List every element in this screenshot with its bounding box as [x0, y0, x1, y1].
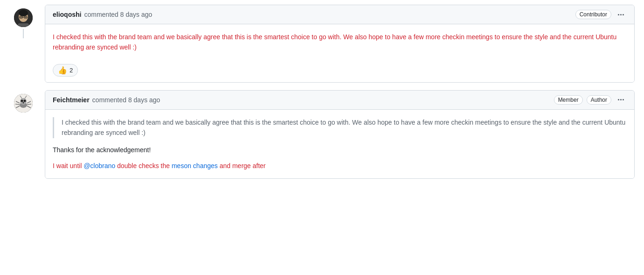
- svg-point-7: [21, 17, 21, 18]
- comment-block-2: Feichtmeier commented 8 days ago Member …: [9, 90, 635, 179]
- wait-prefix: I wait until: [53, 162, 84, 169]
- dot-1: [618, 14, 619, 15]
- comment-reactions-1: 👍 2: [45, 60, 634, 82]
- svg-line-19: [27, 104, 31, 105]
- svg-point-13: [24, 99, 26, 102]
- comment-header-right-2: Member Author: [554, 95, 627, 105]
- author-badge: Author: [587, 95, 611, 105]
- author-name-1[interactable]: elioqoshi: [53, 11, 81, 18]
- dot-3: [623, 14, 624, 15]
- dot-5: [620, 99, 622, 100]
- blockquote-text-1: I checked this with the brand team and w…: [62, 117, 627, 138]
- svg-point-12: [21, 99, 23, 102]
- comment-thread: elioqoshi commented 8 days ago Contribut…: [0, 0, 644, 191]
- feichtmeier-avatar: [14, 94, 33, 113]
- author-name-2[interactable]: Feichtmeier: [53, 96, 90, 104]
- svg-point-2: [19, 10, 28, 16]
- comment-header-2: Feichtmeier commented 8 days ago Member …: [45, 91, 634, 110]
- page-container: elioqoshi commented 8 days ago Contribut…: [0, 0, 644, 275]
- dot-6: [623, 99, 624, 100]
- contributor-badge: Contributor: [575, 10, 611, 19]
- comment-body-2: I checked this with the brand team and w…: [45, 110, 634, 179]
- wait-suffix: and merge after: [218, 162, 266, 169]
- comment-card-2: Feichtmeier commented 8 days ago Member …: [45, 90, 635, 179]
- thumbs-up-reaction[interactable]: 👍 2: [53, 64, 78, 77]
- comment-timestamp-1: commented 8 days ago: [84, 11, 152, 18]
- svg-point-8: [25, 17, 26, 18]
- wait-middle: double checks the: [115, 162, 172, 169]
- timeline-connector-1: [23, 29, 24, 38]
- comment-text-1: I checked this with the brand team and w…: [53, 32, 627, 53]
- comment-card-1: elioqoshi commented 8 days ago Contribut…: [45, 5, 635, 83]
- more-menu-button-1[interactable]: [615, 13, 627, 16]
- comment-header-1: elioqoshi commented 8 days ago Contribut…: [45, 5, 634, 24]
- comment-block-1: elioqoshi commented 8 days ago Contribut…: [9, 5, 635, 83]
- avatar-col-1: [9, 5, 37, 38]
- comment-header-left-2: Feichtmeier commented 8 days ago: [53, 96, 160, 104]
- acknowledgement-text: Thanks for the acknowledgement!: [53, 145, 627, 155]
- member-badge: Member: [554, 95, 583, 105]
- comment-body-1: I checked this with the brand team and w…: [45, 24, 634, 60]
- thumbs-up-icon: 👍: [58, 66, 67, 75]
- comment-timestamp-2: commented 8 days ago: [92, 96, 161, 104]
- mention-clobrano[interactable]: @clobrano: [84, 162, 115, 169]
- blockquote-1: I checked this with the brand team and w…: [53, 117, 627, 138]
- elioqoshi-avatar: [14, 8, 33, 27]
- svg-point-14: [23, 102, 24, 103]
- reaction-count: 2: [70, 67, 73, 74]
- avatar-col-2: [9, 90, 37, 113]
- meson-changes-link[interactable]: meson changes: [172, 162, 218, 169]
- comment-header-right-1: Contributor: [575, 10, 627, 19]
- svg-rect-3: [18, 23, 29, 27]
- dot-4: [618, 99, 619, 100]
- comment-header-left-1: elioqoshi commented 8 days ago: [53, 11, 152, 18]
- wait-text: I wait until @clobrano double checks the…: [53, 161, 627, 171]
- dot-2: [620, 14, 622, 15]
- more-menu-button-2[interactable]: [615, 98, 627, 101]
- svg-line-16: [15, 104, 20, 105]
